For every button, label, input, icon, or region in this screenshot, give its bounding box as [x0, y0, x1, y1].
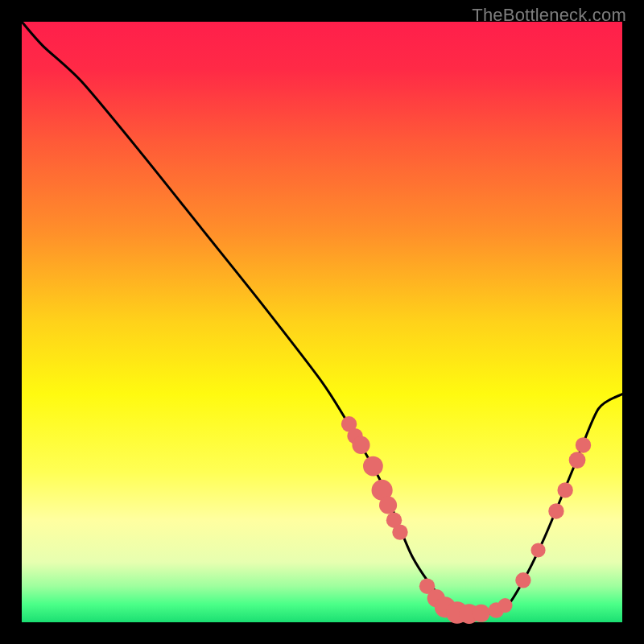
curve-marker [379, 496, 397, 514]
attribution-label: TheBottleneck.com [472, 5, 626, 26]
curve-marker [363, 456, 383, 477]
curve-marker [497, 598, 512, 613]
plot-area [22, 22, 622, 622]
curve-marker [576, 437, 591, 452]
curve-marker [548, 503, 564, 518]
curve-marker [473, 605, 490, 622]
bottleneck-chart [0, 0, 644, 644]
curve-marker [352, 436, 369, 454]
curve-marker [557, 482, 572, 497]
curve-marker [569, 452, 586, 469]
curve-marker [392, 524, 407, 539]
chart-container: TheBottleneck.com [0, 0, 644, 644]
curve-marker [515, 572, 530, 588]
curve-marker [531, 543, 546, 557]
